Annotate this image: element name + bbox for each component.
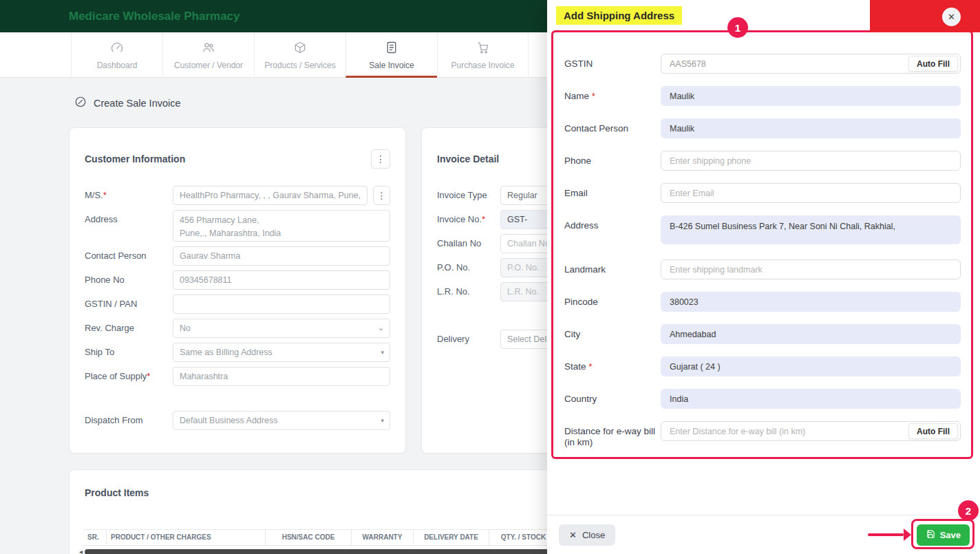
col-hsn: HSN/SAC CODE	[266, 530, 352, 545]
tab-label: Dashboard	[97, 61, 138, 70]
tab-label: Sale Invoice	[369, 61, 414, 70]
ms-options-button[interactable]: ⋮	[373, 186, 390, 205]
caret-down-icon: ▾	[381, 417, 384, 424]
gstin-pan-input[interactable]	[173, 295, 390, 314]
field-label: Address	[564, 215, 661, 231]
field-label: GSTIN	[564, 54, 661, 70]
chevron-down-icon: ⌄	[378, 323, 384, 332]
shipping-email-input[interactable]	[661, 183, 961, 203]
field-row-state: State *	[547, 356, 980, 376]
field-label: P.O. No.	[437, 258, 500, 273]
people-icon	[202, 41, 215, 56]
field-row-contact-person: Contact Person	[547, 118, 980, 138]
phone-input[interactable]	[173, 270, 390, 290]
field-label: Email	[564, 183, 661, 199]
scroll-left-icon[interactable]: ◂	[79, 548, 83, 554]
app-title: Medicare Wholesale Pharmacy	[69, 0, 240, 32]
field-label: Invoice Type	[437, 186, 500, 200]
col-sr: SR.	[83, 530, 107, 545]
field-label: Ship To	[85, 343, 173, 357]
field-row-contact-person: Contact Person	[70, 246, 405, 266]
customer-information-card: Customer Information ⋮ M/S.* ⋮ Address 4…	[69, 127, 406, 454]
drawer-close-button[interactable]: ✕	[942, 8, 961, 26]
field-label: City	[564, 324, 661, 340]
customer-options-button[interactable]: ⋮	[371, 149, 390, 169]
field-row-rev-charge: Rev. Charge No ⌄	[70, 319, 405, 338]
add-shipping-address-drawer: Add Shipping Address 1 GSTIN Auto Fill N…	[547, 0, 980, 554]
card-title: Customer Information	[85, 153, 185, 164]
edit-icon	[74, 96, 87, 110]
field-row-dispatch-from: Dispatch From Default Business Address ▾	[70, 411, 405, 430]
shipping-country-input[interactable]	[661, 389, 961, 409]
annotation-badge-1: 1	[727, 17, 748, 38]
field-label: Contact Person	[85, 246, 173, 261]
shipping-pincode-input[interactable]	[661, 292, 961, 312]
field-row-address: Address B-426 Sumel Business Park 7, Nea…	[547, 215, 980, 247]
col-product: PRODUCT / OTHER CHARGES	[107, 530, 266, 545]
distance-autofill-button[interactable]: Auto Fill	[908, 423, 958, 439]
field-label: State *	[564, 356, 661, 372]
field-label: Place of Supply*	[85, 367, 173, 381]
save-button[interactable]: Save	[917, 524, 970, 546]
close-icon: ✕	[569, 530, 577, 540]
tab-label: Products / Services	[264, 61, 335, 70]
shipping-address-textarea[interactable]: B-426 Sumel Business Park 7, Near Soni N…	[661, 215, 961, 244]
cart-icon	[476, 41, 490, 56]
shipping-landmark-input[interactable]	[661, 259, 961, 279]
field-label: M/S.*	[85, 186, 173, 200]
drawer-footer: ✕ Close Save	[547, 515, 980, 554]
field-label: Contact Person	[564, 118, 661, 134]
field-label: Delivery	[437, 330, 500, 344]
save-icon	[926, 529, 935, 541]
card-title: Product Items	[85, 487, 149, 498]
shipping-name-input[interactable]	[661, 86, 961, 106]
rev-charge-select[interactable]: No ⌄	[173, 319, 390, 338]
page-title: Create Sale Invoice	[94, 98, 181, 109]
tab-dashboard[interactable]: Dashboard	[71, 32, 162, 78]
field-row-gstin: GSTIN Auto Fill	[547, 54, 980, 74]
field-label: Challan No	[437, 234, 500, 248]
field-label: Phone	[564, 151, 661, 167]
tab-customer-vendor[interactable]: Customer / Vendor	[162, 32, 254, 78]
field-row-place-of-supply: Place of Supply*	[70, 367, 405, 386]
col-warranty: WARRANTY	[352, 530, 414, 545]
col-delivery-date: DELIVERY DATE	[414, 530, 489, 545]
page-title-row: Create Sale Invoice	[74, 96, 181, 110]
dispatch-from-select[interactable]: Default Business Address ▾	[173, 411, 390, 430]
close-icon: ✕	[948, 12, 955, 22]
field-row-address: Address 456 Pharmacy Lane, Pune,., Mahar…	[70, 210, 405, 242]
tab-sale-invoice[interactable]: Sale Invoice	[345, 32, 437, 78]
box-icon	[293, 41, 307, 56]
field-row-ship-to: Ship To Same as Billing Address ▾	[70, 343, 405, 362]
field-label: Distance for e-way bill (in km)	[564, 421, 661, 448]
field-label: Dispatch From	[85, 411, 173, 425]
field-row-landmark: Landmark	[547, 259, 980, 279]
shipping-city-input[interactable]	[661, 324, 961, 344]
gauge-icon	[110, 41, 124, 56]
gstin-autofill-button[interactable]: Auto Fill	[908, 56, 958, 72]
field-label: GSTIN / PAN	[85, 295, 173, 309]
field-label: Landmark	[564, 259, 661, 275]
field-row-city: City	[547, 324, 980, 344]
field-label: Rev. Charge	[85, 319, 173, 333]
shipping-contact-input[interactable]	[661, 118, 961, 138]
tab-label: Customer / Vendor	[174, 61, 243, 70]
contact-person-input[interactable]	[173, 246, 390, 266]
tab-products-services[interactable]: Products / Services	[254, 32, 345, 78]
close-button[interactable]: ✕ Close	[559, 524, 615, 546]
field-row-country: Country	[547, 389, 980, 409]
ms-input[interactable]	[173, 186, 368, 205]
field-label: Invoice No.*	[437, 210, 500, 224]
nav-tabs: Dashboard Customer / Vendor Products / S…	[71, 32, 529, 78]
card-title: Invoice Detail	[437, 153, 499, 164]
tab-label: Purchase Invoice	[451, 61, 514, 70]
shipping-phone-input[interactable]	[661, 151, 961, 171]
field-label: L.R. No.	[437, 282, 500, 297]
field-row-email: Email	[547, 183, 980, 203]
tab-purchase-invoice[interactable]: Purchase Invoice	[437, 32, 529, 78]
place-of-supply-input[interactable]	[173, 367, 390, 386]
ship-to-select[interactable]: Same as Billing Address ▾	[173, 343, 390, 362]
field-row-phone: Phone No	[70, 270, 405, 290]
shipping-state-input[interactable]	[661, 356, 961, 376]
address-textarea[interactable]: 456 Pharmacy Lane, Pune,., Maharashtra, …	[173, 210, 390, 242]
